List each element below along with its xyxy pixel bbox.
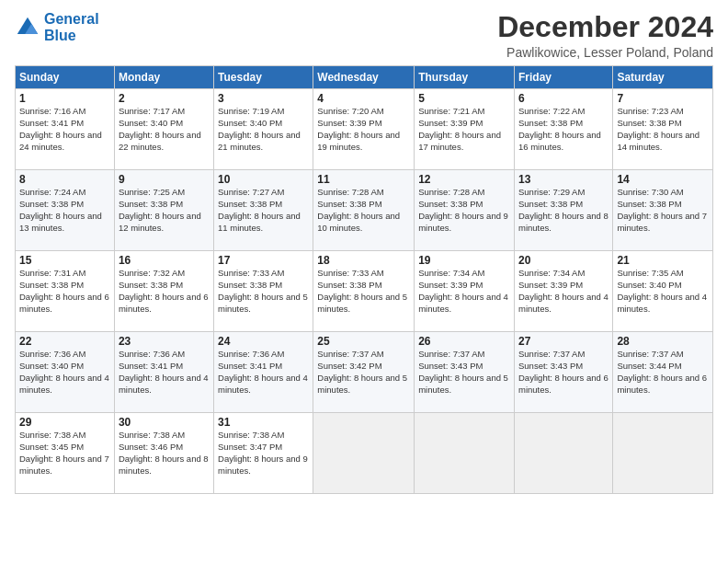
calendar-cell: 15 Sunrise: 7:31 AMSunset: 3:38 PMDaylig… (16, 251, 115, 332)
day-info: Sunrise: 7:30 AMSunset: 3:38 PMDaylight:… (617, 187, 707, 232)
calendar-cell: 11 Sunrise: 7:28 AMSunset: 3:38 PMDaylig… (313, 170, 415, 251)
day-number: 7 (617, 92, 709, 105)
day-info: Sunrise: 7:17 AMSunset: 3:40 PMDaylight:… (119, 106, 201, 151)
calendar-cell: 27 Sunrise: 7:37 AMSunset: 3:43 PMDaylig… (514, 332, 612, 413)
day-info: Sunrise: 7:38 AMSunset: 3:46 PMDaylight:… (119, 430, 209, 475)
day-number: 20 (518, 254, 609, 267)
day-number: 24 (218, 335, 309, 348)
calendar-cell: 24 Sunrise: 7:36 AMSunset: 3:41 PMDaylig… (214, 332, 313, 413)
calendar-cell (313, 413, 415, 494)
calendar-week-row: 15 Sunrise: 7:31 AMSunset: 3:38 PMDaylig… (16, 251, 713, 332)
day-number: 3 (218, 92, 309, 105)
calendar-week-row: 8 Sunrise: 7:24 AMSunset: 3:38 PMDayligh… (16, 170, 713, 251)
day-number: 21 (617, 254, 709, 267)
col-header-saturday: Saturday (613, 66, 713, 89)
day-number: 30 (119, 416, 210, 429)
calendar-cell (613, 413, 713, 494)
location-title: Pawlikowice, Lesser Poland, Poland (497, 45, 713, 60)
day-number: 4 (317, 92, 410, 105)
day-number: 12 (418, 173, 510, 186)
page-container: General Blue December 2024 Pawlikowice, … (0, 0, 728, 501)
day-info: Sunrise: 7:21 AMSunset: 3:39 PMDaylight:… (418, 106, 501, 151)
col-header-wednesday: Wednesday (313, 66, 415, 89)
day-info: Sunrise: 7:29 AMSunset: 3:38 PMDaylight:… (518, 187, 609, 232)
title-block: December 2024 Pawlikowice, Lesser Poland… (497, 11, 713, 60)
day-number: 6 (518, 92, 609, 105)
calendar-cell: 30 Sunrise: 7:38 AMSunset: 3:46 PMDaylig… (114, 413, 213, 494)
day-info: Sunrise: 7:37 AMSunset: 3:44 PMDaylight:… (617, 349, 707, 394)
calendar-cell: 17 Sunrise: 7:33 AMSunset: 3:38 PMDaylig… (214, 251, 313, 332)
calendar-cell: 18 Sunrise: 7:33 AMSunset: 3:38 PMDaylig… (313, 251, 415, 332)
day-info: Sunrise: 7:33 AMSunset: 3:38 PMDaylight:… (317, 268, 407, 313)
day-info: Sunrise: 7:36 AMSunset: 3:40 PMDaylight:… (19, 349, 109, 394)
col-header-monday: Monday (114, 66, 213, 89)
header: General Blue December 2024 Pawlikowice, … (15, 11, 713, 60)
day-number: 17 (218, 254, 309, 267)
day-info: Sunrise: 7:37 AMSunset: 3:42 PMDaylight:… (317, 349, 407, 394)
calendar-cell: 20 Sunrise: 7:34 AMSunset: 3:39 PMDaylig… (514, 251, 612, 332)
day-info: Sunrise: 7:16 AMSunset: 3:41 PMDaylight:… (19, 106, 102, 151)
day-info: Sunrise: 7:37 AMSunset: 3:43 PMDaylight:… (418, 349, 508, 394)
calendar-cell: 13 Sunrise: 7:29 AMSunset: 3:38 PMDaylig… (514, 170, 612, 251)
calendar-cell: 9 Sunrise: 7:25 AMSunset: 3:38 PMDayligh… (114, 170, 213, 251)
calendar-cell: 10 Sunrise: 7:27 AMSunset: 3:38 PMDaylig… (214, 170, 313, 251)
calendar-cell: 3 Sunrise: 7:19 AMSunset: 3:40 PMDayligh… (214, 89, 313, 170)
calendar-week-row: 29 Sunrise: 7:38 AMSunset: 3:45 PMDaylig… (16, 413, 713, 494)
day-info: Sunrise: 7:27 AMSunset: 3:38 PMDaylight:… (218, 187, 301, 232)
col-header-friday: Friday (514, 66, 612, 89)
day-info: Sunrise: 7:28 AMSunset: 3:38 PMDaylight:… (317, 187, 400, 232)
calendar-header-row: SundayMondayTuesdayWednesdayThursdayFrid… (16, 66, 713, 89)
calendar-cell: 19 Sunrise: 7:34 AMSunset: 3:39 PMDaylig… (415, 251, 515, 332)
day-info: Sunrise: 7:38 AMSunset: 3:47 PMDaylight:… (218, 430, 308, 475)
calendar-cell: 1 Sunrise: 7:16 AMSunset: 3:41 PMDayligh… (16, 89, 115, 170)
day-number: 10 (218, 173, 309, 186)
calendar-cell: 29 Sunrise: 7:38 AMSunset: 3:45 PMDaylig… (16, 413, 115, 494)
calendar-cell: 16 Sunrise: 7:32 AMSunset: 3:38 PMDaylig… (114, 251, 213, 332)
calendar-cell: 4 Sunrise: 7:20 AMSunset: 3:39 PMDayligh… (313, 89, 415, 170)
calendar-cell: 23 Sunrise: 7:36 AMSunset: 3:41 PMDaylig… (114, 332, 213, 413)
calendar-cell: 12 Sunrise: 7:28 AMSunset: 3:38 PMDaylig… (415, 170, 515, 251)
day-number: 19 (418, 254, 510, 267)
calendar-cell: 31 Sunrise: 7:38 AMSunset: 3:47 PMDaylig… (214, 413, 313, 494)
day-number: 13 (518, 173, 609, 186)
day-info: Sunrise: 7:34 AMSunset: 3:39 PMDaylight:… (518, 268, 609, 313)
day-number: 11 (317, 173, 410, 186)
day-info: Sunrise: 7:31 AMSunset: 3:38 PMDaylight:… (19, 268, 109, 313)
day-info: Sunrise: 7:35 AMSunset: 3:40 PMDaylight:… (617, 268, 707, 313)
month-title: December 2024 (497, 11, 713, 43)
day-number: 15 (19, 254, 110, 267)
calendar-cell: 5 Sunrise: 7:21 AMSunset: 3:39 PMDayligh… (415, 89, 515, 170)
calendar-cell (514, 413, 612, 494)
calendar-cell: 25 Sunrise: 7:37 AMSunset: 3:42 PMDaylig… (313, 332, 415, 413)
day-number: 26 (418, 335, 510, 348)
calendar-cell (415, 413, 515, 494)
calendar-week-row: 1 Sunrise: 7:16 AMSunset: 3:41 PMDayligh… (16, 89, 713, 170)
day-number: 28 (617, 335, 709, 348)
day-info: Sunrise: 7:33 AMSunset: 3:38 PMDaylight:… (218, 268, 308, 313)
calendar-cell: 2 Sunrise: 7:17 AMSunset: 3:40 PMDayligh… (114, 89, 213, 170)
day-info: Sunrise: 7:24 AMSunset: 3:38 PMDaylight:… (19, 187, 102, 232)
day-info: Sunrise: 7:25 AMSunset: 3:38 PMDaylight:… (119, 187, 201, 232)
day-info: Sunrise: 7:36 AMSunset: 3:41 PMDaylight:… (119, 349, 209, 394)
logo-text: General Blue (44, 11, 99, 43)
day-number: 29 (19, 416, 110, 429)
logo: General Blue (15, 11, 99, 43)
calendar-cell: 7 Sunrise: 7:23 AMSunset: 3:38 PMDayligh… (613, 89, 713, 170)
day-info: Sunrise: 7:38 AMSunset: 3:45 PMDaylight:… (19, 430, 109, 475)
col-header-sunday: Sunday (16, 66, 115, 89)
calendar-cell: 22 Sunrise: 7:36 AMSunset: 3:40 PMDaylig… (16, 332, 115, 413)
day-number: 9 (119, 173, 210, 186)
day-number: 1 (19, 92, 110, 105)
day-number: 22 (19, 335, 110, 348)
col-header-tuesday: Tuesday (214, 66, 313, 89)
day-number: 27 (518, 335, 609, 348)
calendar-cell: 14 Sunrise: 7:30 AMSunset: 3:38 PMDaylig… (613, 170, 713, 251)
day-info: Sunrise: 7:34 AMSunset: 3:39 PMDaylight:… (418, 268, 508, 313)
day-info: Sunrise: 7:37 AMSunset: 3:43 PMDaylight:… (518, 349, 609, 394)
day-number: 18 (317, 254, 410, 267)
calendar-cell: 26 Sunrise: 7:37 AMSunset: 3:43 PMDaylig… (415, 332, 515, 413)
day-info: Sunrise: 7:19 AMSunset: 3:40 PMDaylight:… (218, 106, 301, 151)
day-number: 16 (119, 254, 210, 267)
day-info: Sunrise: 7:23 AMSunset: 3:38 PMDaylight:… (617, 106, 700, 151)
day-number: 25 (317, 335, 410, 348)
